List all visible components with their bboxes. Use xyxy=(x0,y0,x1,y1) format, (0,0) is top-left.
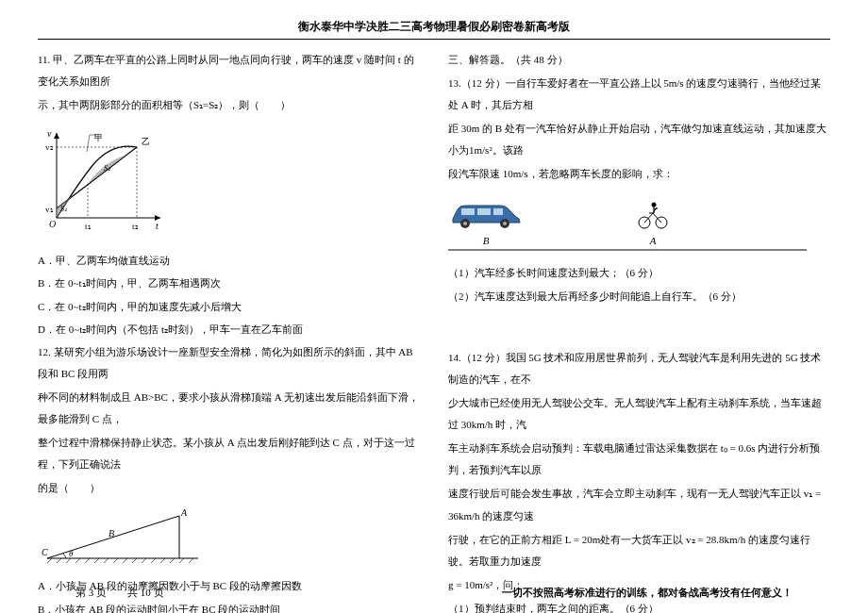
point-a: A xyxy=(180,507,188,518)
q11-stem-2: 示，其中两阴影部分的面积相等（S₁=S₂），则（ ） xyxy=(38,94,420,116)
svg-line-25 xyxy=(160,558,165,563)
q12-stem-4: 的是（ ） xyxy=(38,477,420,499)
footer-page-number: 第 3 页 共 10 页 xyxy=(75,586,164,600)
bike-group: A xyxy=(637,200,669,252)
q14-stem-5: 行驶，在它的正前方相距 L = 20m处有一大货车正以 v₂ = 28.8km/… xyxy=(448,529,830,572)
q14-part1: （1）预判结束时，两车之间的距离。（6 分） xyxy=(448,598,830,613)
svg-line-38 xyxy=(644,213,653,223)
bicycle-icon xyxy=(637,200,669,230)
car-group: B xyxy=(448,200,524,252)
angle-theta: θ xyxy=(69,549,74,558)
yi-label: 乙 xyxy=(142,137,150,146)
x-axis-label: t xyxy=(156,221,159,231)
q13-stem-3: 段汽车限速 10m/s，若忽略两车长度的影响，求： xyxy=(448,163,830,185)
t2-label: t₂ xyxy=(132,222,139,231)
q14-stem-1: 14.（12 分）我国 5G 技术和应用居世界前列，无人驾驶汽车是利用先进的 5… xyxy=(448,347,830,390)
q12-stem-2: 种不同的材料制成且 AB>BC，要求小孩从滑梯顶端 A 无初速出发后能沿斜面下滑… xyxy=(38,387,420,430)
page-header: 衡水泰华中学决胜二三高考物理暑假必刷密卷新高考版 xyxy=(38,19,830,40)
footer-slogan: 一切不按照高考标准进行的训练，都对备战高考没有任何意义！ xyxy=(502,586,793,600)
q13-part2: （2）汽车速度达到最大后再经多少时间能追上自行车。（6 分） xyxy=(448,286,830,307)
right-column: 三、解答题。（共 48 分） 13.（12 分）一自行车爱好者在一平直公路上以 … xyxy=(448,49,830,613)
svg-rect-30 xyxy=(477,208,491,215)
s2-label: S₂ xyxy=(104,164,111,173)
q11-option-b: B．在 0~t₁时间内，甲、乙两车相遇两次 xyxy=(38,273,420,294)
q14-stem-2: 少大城市已经使用无人驾驶公交车。无人驾驶汽车上配有主动刹车系统，当车速超过 30… xyxy=(448,392,830,436)
q13-stem-2: 距 30m 的 B 处有一汽车恰好从静止开始启动，汽车做匀加速直线运动，其加速度… xyxy=(448,118,830,161)
svg-line-22 xyxy=(132,558,137,563)
left-column: 11. 甲、乙两车在平直的公路上同时从同一地点同向行驶，两车的速度 v 随时间 … xyxy=(38,49,420,613)
q12-slide-diagram: A B C θ xyxy=(38,506,420,568)
t1-label: t₁ xyxy=(85,222,92,231)
svg-line-13 xyxy=(47,558,52,563)
page-footer: 第 3 页 共 10 页 一切不按照高考标准进行的训练，都对备战高考没有任何意义… xyxy=(0,586,868,600)
q11-option-c: C．在 0~t₂时间内，甲的加速度先减小后增大 xyxy=(38,296,420,318)
svg-marker-3 xyxy=(54,133,59,139)
svg-line-17 xyxy=(85,558,90,563)
car-icon xyxy=(448,200,524,230)
q13-scene: B A xyxy=(448,200,830,252)
q14-stem-3: 车主动刹车系统会启动预判：车载电脑通过雷达采集数据在 t₀ = 0.6s 内进行… xyxy=(448,438,830,481)
q11-option-d: D．在 0~t₂时间内（不包括 t₂时刻），甲车一直在乙车前面 xyxy=(38,319,420,340)
q12-option-b: B．小孩在 AB 段的运动时间小于在 BC 段的运动时间 xyxy=(38,599,420,614)
v2-label: v₂ xyxy=(45,142,54,152)
q11-option-a: A．甲、乙两车均做直线运动 xyxy=(38,250,420,272)
s1-label: S₁ xyxy=(60,205,67,213)
svg-line-15 xyxy=(66,558,71,563)
svg-point-35 xyxy=(503,222,507,225)
q14-stem-4: 速度行驶后可能会发生事故，汽车会立即主动刹车，现有一无人驾驶汽车正以 v₁ = … xyxy=(448,483,830,526)
svg-line-23 xyxy=(142,558,146,563)
svg-line-27 xyxy=(179,558,184,563)
origin-label: O xyxy=(49,219,56,229)
svg-line-18 xyxy=(94,558,99,563)
q12-stem-3: 整个过程中滑梯保持静止状态。某小孩从 A 点出发后刚好能到达 C 点，对于这一过… xyxy=(38,432,420,475)
label-b: B xyxy=(448,230,524,252)
svg-rect-29 xyxy=(461,208,475,215)
point-c: C xyxy=(42,547,48,557)
svg-line-19 xyxy=(104,558,108,563)
q13-stem-1: 13.（12 分）一自行车爱好者在一平直公路上以 5m/s 的速度匀速骑行，当他… xyxy=(448,73,830,116)
svg-line-26 xyxy=(170,558,175,563)
v1-label: v₁ xyxy=(45,205,54,214)
q11-velocity-graph: v t v₁ v₂ t₁ t₂ O S₁ S₂ 甲 乙 xyxy=(38,124,170,237)
svg-rect-31 xyxy=(493,208,503,215)
q13-part1: （1）汽车经多长时间速度达到最大；（6 分） xyxy=(448,262,830,284)
svg-line-16 xyxy=(75,558,80,563)
q11-stem-1: 11. 甲、乙两车在平直的公路上同时从同一地点同向行驶，两车的速度 v 随时间 … xyxy=(38,49,420,92)
svg-line-14 xyxy=(57,558,61,563)
svg-line-20 xyxy=(113,558,118,563)
q12-stem-1: 12. 某研究小组为游乐场设计一座新型安全滑梯，简化为如图所示的斜面，其中 AB… xyxy=(38,341,420,385)
svg-point-42 xyxy=(652,202,657,207)
label-a: A xyxy=(637,230,669,252)
svg-line-39 xyxy=(653,213,661,223)
svg-line-28 xyxy=(189,558,193,563)
svg-point-33 xyxy=(463,222,467,225)
svg-line-21 xyxy=(123,558,127,563)
svg-line-24 xyxy=(151,558,156,563)
y-axis-label: v xyxy=(47,128,52,139)
jia-label: 甲 xyxy=(94,133,103,142)
section-3-title: 三、解答题。（共 48 分） xyxy=(448,49,830,71)
point-b: B xyxy=(108,528,114,538)
